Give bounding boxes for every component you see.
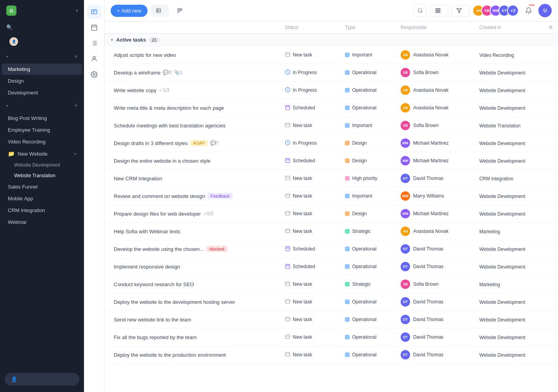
task-text[interactable]: Conduct keyword research for SEO bbox=[114, 281, 194, 287]
task-tag: ASAP bbox=[190, 140, 208, 146]
sidebar-item-website-development[interactable]: Website Development bbox=[8, 160, 82, 170]
task-text[interactable]: Help Sofia with Webinar texts bbox=[114, 229, 181, 234]
projects-toggle[interactable]: ▾ bbox=[6, 103, 10, 108]
table-row[interactable]: Conduct keyword research for SEO New tas… bbox=[104, 276, 558, 293]
created-cell: Website Development bbox=[474, 152, 544, 170]
projects-list: Blog Post Writing Employee Training Vide… bbox=[0, 112, 84, 228]
table-row[interactable]: Send new website link to the team New ta… bbox=[104, 311, 558, 328]
responsible-name: Marry Williams bbox=[413, 193, 444, 199]
table-row[interactable]: Develop the website using the chosen... … bbox=[104, 240, 558, 258]
kanban-view-button[interactable] bbox=[172, 5, 190, 16]
search-bar[interactable]: 🔍 bbox=[0, 21, 84, 33]
task-tbody: ▾ Active tasks 21 Adjust scripts for new… bbox=[104, 34, 558, 364]
type-cell: Design bbox=[340, 152, 396, 170]
invite-people-button[interactable]: 👤 bbox=[5, 373, 79, 386]
task-name: Design drafts in 3 different styles ASAP… bbox=[114, 140, 275, 146]
invite-icon: 👤 bbox=[11, 376, 17, 382]
task-text[interactable]: Adjust scripts for new video bbox=[114, 52, 176, 58]
task-text[interactable]: Design the entire website in a chosen st… bbox=[114, 158, 210, 164]
attach-count: 📎1 bbox=[174, 70, 182, 75]
table-row[interactable]: Implement responsive design Scheduled Op… bbox=[104, 258, 558, 276]
user-avatar-button[interactable]: U bbox=[538, 4, 552, 17]
task-text[interactable]: Write website copy bbox=[114, 87, 157, 93]
svg-point-9 bbox=[93, 74, 95, 76]
group-button[interactable] bbox=[430, 5, 448, 16]
type-dot bbox=[345, 229, 350, 234]
task-text[interactable]: Review and comment on website design bbox=[114, 193, 205, 199]
task-text[interactable]: Develop a wireframe bbox=[114, 70, 160, 76]
sidebar-item-website-translation[interactable]: Website Translation bbox=[8, 171, 82, 181]
calendar-icon-btn[interactable] bbox=[87, 20, 101, 34]
avatars-stack: AN SB MM DT +3 bbox=[472, 5, 519, 16]
sidebar-item-new-website[interactable]: 📁 New Website ▾ bbox=[2, 148, 82, 160]
created-in-text: Website Development bbox=[479, 299, 525, 305]
task-text[interactable]: Design drafts in 3 different styles bbox=[114, 140, 188, 146]
task-text[interactable]: Deploy the website to the development ho… bbox=[114, 299, 235, 305]
sidebar-item-crm-integration[interactable]: CRM Integration bbox=[2, 205, 82, 216]
table-row[interactable]: New CRM integration New task High priori… bbox=[104, 170, 558, 187]
task-text[interactable]: Prepare design files for web developer bbox=[114, 211, 201, 217]
table-settings-icon[interactable]: ⚙ bbox=[549, 25, 553, 30]
task-text[interactable]: Schedule meetings with best translation … bbox=[114, 123, 226, 129]
table-row[interactable]: Write website copy ✓1/3 In Progress Oper… bbox=[104, 82, 558, 99]
sidebar-item-webinar[interactable]: Webinar bbox=[2, 216, 82, 228]
teams-toggle[interactable]: ▾ bbox=[6, 54, 10, 59]
settings-icon-btn[interactable] bbox=[87, 67, 101, 82]
list-icon-btn[interactable] bbox=[87, 36, 101, 50]
responsible-name: Michael Martinez bbox=[413, 211, 449, 216]
table-row[interactable]: Schedule meetings with best translation … bbox=[104, 117, 558, 134]
task-name: Implement responsive design bbox=[114, 264, 275, 270]
table-row[interactable]: Deploy the website to the production env… bbox=[104, 346, 558, 364]
sidebar-item-marketing[interactable]: Marketing bbox=[2, 64, 82, 75]
table-row[interactable]: Design the entire website in a chosen st… bbox=[104, 152, 558, 170]
table-row[interactable]: Adjust scripts for new video New task Im… bbox=[104, 46, 558, 64]
svg-line-18 bbox=[421, 12, 423, 13]
task-name: Conduct keyword research for SEO bbox=[114, 281, 275, 287]
app-logo[interactable]: G ▾ bbox=[0, 0, 84, 21]
section-chevron[interactable]: ▾ bbox=[111, 37, 113, 43]
table-row[interactable]: Review and comment on website design Fee… bbox=[104, 187, 558, 205]
filter-button[interactable] bbox=[451, 5, 469, 16]
table-row[interactable]: Help Sofia with Webinar texts New task S… bbox=[104, 223, 558, 240]
status-icon bbox=[285, 211, 290, 217]
table-row[interactable]: Design drafts in 3 different styles ASAP… bbox=[104, 134, 558, 152]
table-row[interactable]: Prepare design files for web developer ✓… bbox=[104, 205, 558, 223]
people-icon-btn[interactable] bbox=[87, 52, 101, 66]
search-button[interactable] bbox=[414, 4, 427, 17]
new-website-label: New Website bbox=[18, 151, 47, 157]
table-row[interactable]: Deploy the website to the development ho… bbox=[104, 293, 558, 311]
tasks-icon-btn[interactable] bbox=[87, 5, 101, 19]
task-text[interactable]: Deploy the website to the production env… bbox=[114, 352, 226, 358]
responsible-name: David Thomas bbox=[413, 352, 443, 358]
task-text[interactable]: Implement responsive design bbox=[114, 264, 180, 270]
task-name: Schedule meetings with best translation … bbox=[114, 123, 275, 129]
responsible-name: David Thomas bbox=[413, 264, 443, 269]
add-new-button[interactable]: + Add new bbox=[111, 5, 148, 17]
sidebar-item-blog-post-writing[interactable]: Blog Post Writing bbox=[2, 113, 82, 124]
status-icon bbox=[285, 105, 290, 111]
svg-point-17 bbox=[418, 9, 422, 12]
table-row[interactable]: Write meta title & meta description for … bbox=[104, 99, 558, 117]
add-team-button[interactable]: + bbox=[74, 53, 78, 60]
task-text[interactable]: Fix all the bugs reported by the team bbox=[114, 334, 197, 340]
table-row[interactable]: Fix all the bugs reported by the team Ne… bbox=[104, 328, 558, 346]
sidebar-item-design[interactable]: Design bbox=[2, 75, 82, 87]
sidebar-item-mobile-app[interactable]: Mobile App bbox=[2, 193, 82, 204]
task-text[interactable]: Write meta title & meta description for … bbox=[114, 105, 224, 111]
task-text[interactable]: New CRM integration bbox=[114, 176, 162, 181]
my-work-item[interactable]: 👤 bbox=[3, 34, 81, 49]
type-dot bbox=[345, 317, 350, 322]
task-text[interactable]: Develop the website using the chosen... bbox=[114, 246, 204, 252]
notifications-button[interactable] bbox=[522, 4, 535, 17]
sidebar-item-employee-training[interactable]: Employee Training bbox=[2, 124, 82, 136]
type-dot bbox=[345, 282, 350, 287]
sidebar-item-sales-funnel[interactable]: Sales Funnel bbox=[2, 181, 82, 192]
task-cell: Schedule meetings with best translation … bbox=[104, 117, 280, 134]
col-settings-header[interactable]: ⚙ bbox=[544, 22, 558, 34]
table-view-button[interactable] bbox=[151, 5, 169, 16]
sidebar-item-development[interactable]: Development bbox=[2, 87, 82, 98]
task-text[interactable]: Send new website link to the team bbox=[114, 317, 191, 323]
add-project-button[interactable]: + bbox=[74, 102, 78, 109]
table-row[interactable]: Develop a wireframe 💬3📎1 In Progress Ope… bbox=[104, 64, 558, 82]
sidebar-item-video-recording[interactable]: Video Recording bbox=[2, 136, 82, 147]
